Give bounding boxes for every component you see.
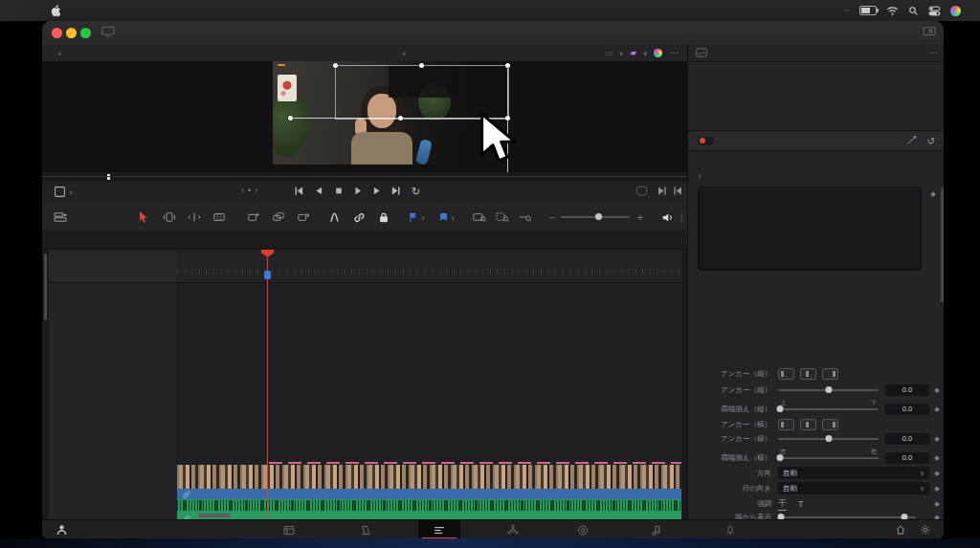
value-field[interactable]: 0.0 — [885, 433, 929, 445]
value-field[interactable]: 0.0 — [885, 384, 929, 396]
anchor-center-button[interactable] — [800, 419, 816, 430]
keyframe-icon[interactable]: ◆ — [929, 435, 944, 443]
selection-handle[interactable] — [419, 63, 424, 68]
timeline-view-options-icon[interactable] — [52, 209, 69, 225]
anchor-center-button[interactable] — [800, 368, 816, 380]
battery-icon[interactable] — [859, 6, 877, 15]
slider-handle[interactable] — [777, 454, 784, 461]
selection-handle[interactable] — [398, 116, 403, 121]
slider-track[interactable] — [778, 408, 879, 410]
stop-button[interactable] — [334, 186, 344, 196]
step-forward-button[interactable] — [372, 186, 382, 196]
play-button[interactable] — [353, 186, 363, 196]
jog-control[interactable]: ‹•› — [241, 186, 261, 195]
zoom-window-button[interactable] — [80, 28, 91, 38]
transform-tool-icon[interactable]: ▭ — [605, 48, 612, 57]
selection-mode-tool[interactable] — [134, 209, 151, 225]
reset-icon[interactable]: ↺ — [927, 136, 935, 146]
zoom-custom-icon[interactable] — [517, 209, 534, 225]
fusion-clip-icon[interactable]: ▰ — [630, 48, 636, 57]
overwrite-clip-button[interactable] — [270, 209, 287, 225]
keyframe-icon[interactable]: ◆ — [929, 485, 944, 493]
anchor-right-button[interactable] — [822, 368, 838, 380]
link-clips-icon[interactable] — [350, 209, 368, 225]
wifi-icon[interactable] — [886, 6, 899, 16]
clean-feed-icon[interactable] — [101, 26, 115, 37]
text-content-input[interactable] — [698, 186, 922, 271]
go-to-last-frame-button[interactable] — [390, 186, 402, 196]
loop-button[interactable]: ↻ — [412, 186, 420, 198]
step-back-button[interactable] — [314, 186, 323, 196]
keyframe-icon[interactable]: ◆ — [929, 406, 944, 413]
search-icon[interactable] — [908, 6, 919, 16]
flag-button[interactable]: ∨ — [404, 209, 429, 225]
anchor-left-button[interactable] — [778, 368, 794, 380]
keyframe-icon[interactable]: ◆ — [929, 470, 944, 477]
zoom-detail-icon[interactable] — [494, 209, 511, 225]
safe-area-icon[interactable]: ∨ — [54, 186, 73, 198]
project-manager-icon[interactable] — [890, 522, 911, 537]
slider-handle[interactable] — [825, 435, 832, 442]
slider-track[interactable] — [778, 457, 879, 459]
match-frame-icon[interactable] — [635, 186, 648, 196]
trim-edit-mode-tool[interactable] — [161, 209, 178, 225]
user-color-icon[interactable] — [950, 6, 961, 16]
minimize-window-button[interactable] — [66, 28, 77, 38]
selection-handle[interactable] — [505, 63, 510, 68]
emphasis-option-1[interactable]: T — [798, 499, 804, 509]
v1-clip-name-bar[interactable]: 🔗 — [177, 489, 681, 499]
close-window-button[interactable] — [52, 28, 62, 38]
playhead-line[interactable] — [267, 250, 268, 518]
anchor-left-button[interactable] — [778, 419, 794, 430]
page-tab-color[interactable] — [572, 522, 593, 537]
slider-track[interactable]: 左右 — [778, 438, 879, 440]
value-field[interactable]: 0.0 — [885, 452, 929, 464]
track-scrollbar[interactable] — [42, 250, 49, 519]
value-field[interactable]: 0.0 — [885, 404, 929, 415]
anchor-right-button[interactable] — [822, 419, 838, 430]
timeline-h-scrollbar[interactable] — [177, 513, 681, 518]
position-lock-icon[interactable] — [375, 209, 392, 225]
zoom-out-icon[interactable]: − — [544, 209, 561, 225]
inspector-scrollbar[interactable] — [941, 187, 944, 302]
play-around-icon[interactable] — [657, 186, 667, 196]
zoom-in-icon[interactable]: + — [632, 209, 649, 225]
zoom-full-extent-icon[interactable] — [471, 209, 488, 225]
keyframe-icon[interactable]: ◆ — [925, 190, 941, 198]
inspector-options-icon[interactable]: ⋯ — [929, 49, 937, 57]
input-source-icon[interactable] — [844, 10, 850, 11]
keyframe-editor-icon[interactable] — [906, 135, 918, 146]
keyframe-icon[interactable]: ◆ — [929, 500, 944, 508]
dual-monitor-icon[interactable] — [923, 26, 936, 37]
dynamic-trim-mode-tool[interactable] — [186, 209, 203, 225]
line-direction-select[interactable]: 自動∨ — [778, 482, 929, 494]
edge-slider-track[interactable] — [778, 516, 916, 518]
project-settings-gear-icon[interactable] — [915, 522, 936, 537]
page-tab-edit[interactable] — [429, 522, 450, 537]
control-center-icon[interactable] — [928, 6, 941, 16]
apple-icon[interactable] — [50, 4, 61, 17]
go-to-first-frame-button[interactable] — [293, 186, 304, 196]
page-tab-deliver[interactable] — [720, 522, 741, 537]
razor-edit-mode-tool[interactable] — [211, 209, 228, 225]
slider-handle[interactable] — [777, 406, 784, 412]
text-section-header[interactable]: ∨ — [698, 171, 705, 180]
page-tab-cut[interactable] — [355, 522, 376, 537]
page-tab-fusion[interactable] — [502, 522, 523, 537]
insert-clip-button[interactable] — [245, 209, 262, 225]
slider-handle[interactable] — [825, 386, 832, 393]
viewer-options-icon[interactable]: ⋯ — [669, 48, 678, 57]
node-enable-toggle[interactable] — [698, 137, 714, 145]
timeline-zoom-slider-handle[interactable] — [595, 213, 602, 220]
page-tab-fairlight[interactable] — [646, 522, 667, 537]
marker-button[interactable]: ∨ — [434, 209, 459, 225]
selection-handle[interactable] — [288, 116, 293, 121]
page-tab-media[interactable] — [278, 522, 300, 537]
selection-handle[interactable] — [333, 63, 338, 68]
audio-monitor-icon[interactable] — [658, 209, 676, 225]
keyframe-icon[interactable]: ◆ — [929, 386, 944, 394]
play-to-end-icon[interactable] — [673, 186, 683, 196]
slider-track[interactable]: 上下 — [778, 389, 879, 391]
replace-clip-button[interactable] — [295, 209, 312, 225]
timeline-ruler[interactable] — [177, 250, 681, 283]
